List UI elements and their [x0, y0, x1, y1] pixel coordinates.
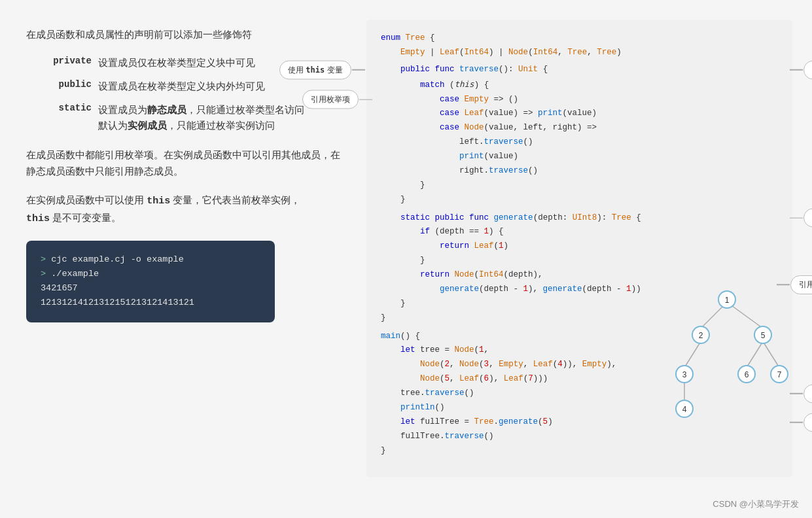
- keyword-static: static: [39, 102, 92, 113]
- tree-diagram: 1 2 5 3 4 6 7: [662, 288, 792, 432]
- code-enum-line: enum Tree {: [381, 31, 753, 46]
- terminal-line1: > cjc example.cj -o example: [41, 252, 260, 267]
- code-variants-line: Empty | Leaf(Int64) | Node(Int64, Tree, …: [381, 46, 753, 60]
- svg-line-4: [747, 341, 763, 368]
- ref-static-annotation: 引用静态成员: [790, 275, 812, 294]
- svg-text:4: 4: [682, 405, 687, 414]
- code-return-leaf-line: return Leaf(1): [381, 239, 753, 254]
- svg-text:3: 3: [682, 370, 687, 379]
- para2-text: 在成员函数中都能引用枚举项。在实例成员函数中可以引用其他成员，在静态成员函数中只…: [26, 147, 340, 180]
- intro-text: 在成员函数和成员属性的声明前可以添加一些修饰符: [26, 26, 340, 43]
- code-generate-sig-line: static public func generate(depth: UInt8…: [381, 211, 753, 226]
- keyword-public: public: [39, 78, 92, 90]
- tree-svg: 1 2 5 3 4 6 7: [662, 288, 792, 432]
- svg-text:6: 6: [745, 370, 749, 379]
- keyword-private: private: [39, 55, 92, 66]
- access-static-annotation: 访问静态成员: [803, 413, 812, 432]
- terminal-line4: 12131214121312151213121413121: [41, 296, 260, 310]
- desc-public: 设置成员在枚举类型定义块内外均可见: [98, 78, 265, 94]
- code-traverse-sig-line: public func traverse(): Unit { 使用 this 变…: [381, 63, 753, 77]
- code-print-line: print(value): [381, 150, 753, 164]
- code-close-match: }: [381, 179, 753, 193]
- modifier-public: public 设置成员在枚举类型定义块内外均可见: [39, 78, 340, 94]
- code-close-main-line: }: [381, 444, 753, 458]
- modifier-static: static 设置成员为静态成员，只能通过枚举类型名访问 默认为实例成员，只能通…: [39, 102, 340, 133]
- access-instance-annotation: 访问实例成员: [803, 384, 812, 403]
- code-case-node-line: case Node(value, left, right) =>: [381, 121, 753, 135]
- para3-text: 在实例成员函数中可以使用 this 变量，它代表当前枚举实例， this 是不可…: [26, 192, 340, 228]
- use-this-annotation: 使用 this 变量: [279, 60, 351, 79]
- terminal-line3: 3421657: [41, 281, 260, 296]
- footer: CSDN @小菜鸟学开发: [713, 498, 799, 510]
- code-right-traverse-line: right.traverse(): [381, 164, 753, 179]
- code-return-node-line: return Node(Int64(depth), 引用静态成员: [381, 268, 753, 283]
- desc-private: 设置成员仅在枚举类型定义块中可见: [98, 55, 255, 71]
- instance-member-fn-annotation: 实例成员函数: [803, 60, 812, 79]
- ref-enum-annotation: 引用枚举项: [302, 90, 359, 109]
- code-case-empty-line: case Empty => () 引用枚举项: [381, 93, 753, 107]
- code-close-traverse: }: [381, 193, 753, 207]
- code-if-line: if (depth == 1) {: [381, 225, 753, 239]
- terminal-block: > cjc example.cj -o example > ./example …: [26, 241, 275, 322]
- svg-text:1: 1: [725, 296, 730, 305]
- static-member-fn-annotation: 静态成员函数: [803, 209, 812, 228]
- this-keyword-1: this: [147, 196, 170, 207]
- svg-line-2: [684, 341, 701, 368]
- svg-text:7: 7: [777, 370, 782, 379]
- svg-line-5: [763, 341, 779, 368]
- desc-static: 设置成员为静态成员，只能通过枚举类型名访问 默认为实例成员，只能通过枚举实例访问: [98, 102, 304, 133]
- code-close-if-line: }: [381, 254, 753, 268]
- svg-text:5: 5: [761, 331, 766, 340]
- main-container: 在成员函数和成员属性的声明前可以添加一些修饰符 private 设置成员仅在枚举…: [0, 0, 812, 518]
- terminal-line2: > ./example: [41, 267, 260, 281]
- code-match-line: match (this) {: [381, 77, 753, 93]
- svg-text:2: 2: [699, 331, 703, 340]
- right-panel: enum Tree { Empty | Leaf(Int64) | Node(I…: [366, 13, 792, 505]
- code-left-traverse-line: left.traverse(): [381, 135, 753, 150]
- code-case-leaf-line: case Leaf(value) => print(value): [381, 107, 753, 121]
- this-keyword-2: this: [26, 213, 50, 224]
- left-panel: 在成员函数和成员属性的声明前可以添加一些修饰符 private 设置成员仅在枚举…: [20, 13, 347, 505]
